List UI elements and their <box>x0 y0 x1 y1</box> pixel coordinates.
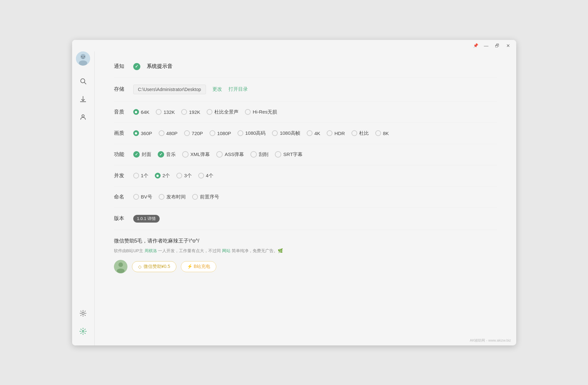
video-4k-radio[interactable] <box>307 130 313 136</box>
svg-line-16 <box>81 315 81 315</box>
video-1080hfr[interactable]: 1080高帧 <box>272 130 300 136</box>
concurrency-2-label: 2个 <box>163 173 170 179</box>
video-quality-options: 360P 480P 720P 1080P 1080高码 <box>133 130 389 136</box>
concurrency-4-radio[interactable] <box>198 173 204 179</box>
video-720p-radio[interactable] <box>184 130 190 136</box>
video-8k-label: 8K <box>383 131 389 136</box>
video-1080hd[interactable]: 1080高码 <box>238 130 266 136</box>
version-badge[interactable]: 1.0.1 详情 <box>133 215 160 223</box>
feature-srt-check[interactable] <box>275 151 281 158</box>
svg-point-8 <box>82 115 84 117</box>
naming-prefix[interactable]: 前置序号 <box>192 194 219 200</box>
donate-actions: ◇ 微信赞助¥0.5 ⚡ B站充电 <box>114 260 497 273</box>
sidebar <box>72 40 95 345</box>
video-hdr-radio[interactable] <box>327 130 332 136</box>
notification-check-icon <box>133 63 140 70</box>
version-row: 版本 1.0.1 详情 <box>114 208 497 230</box>
feature-cover[interactable]: 封面 <box>133 151 151 158</box>
naming-time[interactable]: 发布时间 <box>159 194 186 200</box>
video-1080hfr-radio[interactable] <box>272 130 278 136</box>
audio-hires[interactable]: Hi-Res无损 <box>245 109 277 115</box>
video-8k[interactable]: 8K <box>375 130 389 136</box>
feature-srt[interactable]: SRT字幕 <box>275 151 303 158</box>
feature-scrape[interactable]: 刮削 <box>250 151 268 158</box>
video-hdr[interactable]: HDR <box>327 130 345 136</box>
close-button[interactable]: ✕ <box>505 43 511 48</box>
svg-line-6 <box>84 82 86 84</box>
sidebar-item-user[interactable] <box>76 110 90 124</box>
audio-192k[interactable]: 192K <box>181 109 200 115</box>
audio-132k[interactable]: 132K <box>156 109 175 115</box>
audio-132k-radio[interactable] <box>156 109 162 115</box>
concurrency-4[interactable]: 4个 <box>198 173 213 179</box>
author-link[interactable]: 周棋洛 <box>145 248 157 253</box>
feature-cover-check[interactable] <box>133 151 140 158</box>
video-1080p[interactable]: 1080P <box>210 130 231 136</box>
feature-xml-check[interactable] <box>182 151 189 158</box>
audio-dolby[interactable]: 杜比全景声 <box>207 109 238 115</box>
feature-music[interactable]: 音乐 <box>158 151 176 158</box>
sidebar-item-download[interactable] <box>76 92 90 106</box>
titlebar: 📌 — 🗗 ✕ <box>72 40 516 51</box>
feature-scrape-check[interactable] <box>250 151 257 158</box>
concurrency-4-label: 4个 <box>206 173 213 179</box>
wechat-donate-button[interactable]: ◇ 微信赞助¥0.5 <box>132 261 176 272</box>
concurrency-2[interactable]: 2个 <box>155 173 170 179</box>
audio-quality-options: 64K 132K 192K 杜比全景声 Hi-Res无损 <box>133 109 277 115</box>
feature-ass-check[interactable] <box>216 151 223 158</box>
video-8k-radio[interactable] <box>375 130 381 136</box>
feature-ass-danmu[interactable]: ASS弹幕 <box>216 151 244 158</box>
audio-64k-radio[interactable] <box>133 109 139 115</box>
minimize-button[interactable]: — <box>483 43 489 48</box>
storage-change-button[interactable]: 更改 <box>212 86 222 92</box>
donate-desc-text: 软件由B站UP主 <box>114 248 144 253</box>
naming-time-radio[interactable] <box>159 194 164 200</box>
feature-srt-label: SRT字幕 <box>283 151 303 158</box>
naming-prefix-radio[interactable] <box>192 194 198 200</box>
site-link[interactable]: 网站 <box>222 248 230 253</box>
video-1080hd-radio[interactable] <box>238 130 243 136</box>
video-1080p-radio[interactable] <box>210 130 215 136</box>
watermark: AK辅助网 - www.akizw.biz <box>470 338 511 343</box>
audio-192k-radio[interactable] <box>181 109 187 115</box>
audio-hires-radio[interactable] <box>245 109 251 115</box>
concurrency-1-radio[interactable] <box>133 173 139 179</box>
restore-button[interactable]: 🗗 <box>494 43 500 48</box>
sidebar-item-search[interactable] <box>76 74 90 88</box>
sidebar-item-settings[interactable] <box>76 324 90 338</box>
naming-row: 命名 BV号 发布时间 前置序号 <box>114 187 497 208</box>
donate-desc-text2: 一人开发，工作量有点大，不过同 <box>158 248 221 253</box>
video-360p-radio[interactable] <box>133 130 139 136</box>
video-720p[interactable]: 720P <box>184 130 203 136</box>
audio-quality-row: 音质 64K 132K 192K 杜比全景声 <box>114 102 497 123</box>
avatar[interactable] <box>76 51 90 66</box>
wechat-icon: ◇ <box>138 264 142 269</box>
video-dolby[interactable]: 杜比 <box>351 130 369 136</box>
sidebar-item-theme[interactable] <box>76 306 90 320</box>
feature-music-check[interactable] <box>158 151 164 158</box>
pin-icon[interactable]: 📌 <box>473 43 478 48</box>
video-360p[interactable]: 360P <box>133 130 152 136</box>
video-480p[interactable]: 480P <box>159 130 178 136</box>
bilibili-charge-button[interactable]: ⚡ B站充电 <box>181 261 216 272</box>
titlebar-controls: 📌 — 🗗 ✕ <box>473 43 511 48</box>
svg-point-1 <box>80 54 86 59</box>
main-content: 通知 系统提示音 存储 C:\Users\Administrator\Deskt… <box>95 40 516 345</box>
concurrency-1[interactable]: 1个 <box>133 173 148 179</box>
storage-open-button[interactable]: 打开目录 <box>229 86 248 92</box>
concurrency-3-radio[interactable] <box>176 173 182 179</box>
naming-bv-radio[interactable] <box>133 194 139 200</box>
video-480p-radio[interactable] <box>159 130 164 136</box>
concurrency-3[interactable]: 3个 <box>176 173 191 179</box>
naming-bv[interactable]: BV号 <box>133 194 152 200</box>
video-4k[interactable]: 4K <box>307 130 320 136</box>
concurrency-2-radio[interactable] <box>155 173 161 179</box>
audio-64k[interactable]: 64K <box>133 109 150 115</box>
concurrency-row: 并发 1个 2个 3个 4个 <box>114 165 497 187</box>
feature-xml-danmu[interactable]: XML弹幕 <box>182 151 210 158</box>
audio-dolby-radio[interactable] <box>207 109 212 115</box>
features-options: 封面 音乐 XML弹幕 ASS弹幕 刮削 <box>133 151 303 158</box>
video-dolby-radio[interactable] <box>351 130 357 136</box>
naming-label: 命名 <box>114 194 133 200</box>
feature-music-label: 音乐 <box>166 151 176 158</box>
